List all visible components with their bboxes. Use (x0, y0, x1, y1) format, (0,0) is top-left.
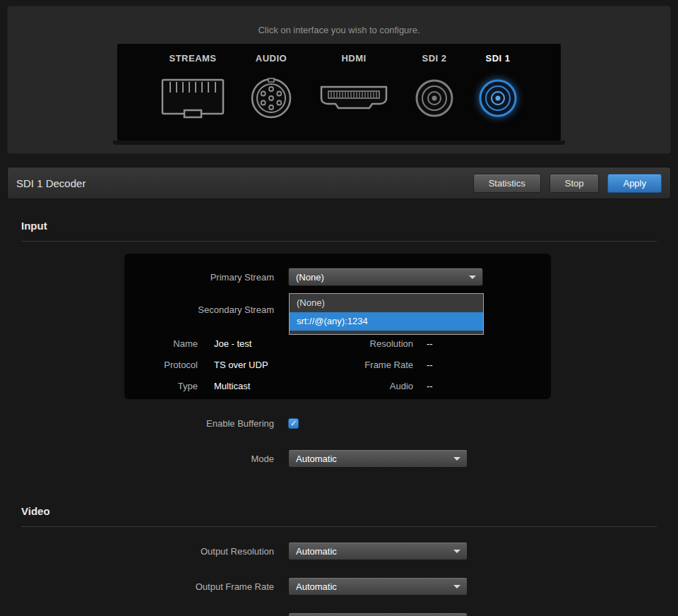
mode-label: Mode (21, 454, 274, 464)
output-resolution-row: Output Resolution Automatic (21, 542, 657, 560)
interface-sdi1[interactable]: SDI 1 (472, 53, 523, 132)
protocol-value: TS over UDP (198, 360, 320, 370)
page-title: SDI 1 Decoder (16, 177, 465, 189)
frame-rate-value: -- (413, 360, 551, 370)
mode-row: Mode Automatic (21, 449, 657, 468)
secondary-stream-label: Secondary Stream (124, 304, 274, 315)
interface-hdmi-label: HDMI (341, 53, 366, 64)
chevron-down-icon (453, 585, 460, 588)
output-frame-rate-label: Output Frame Rate (21, 581, 274, 592)
output-frame-rate-row: Output Frame Rate Automatic (21, 577, 657, 596)
interface-sdi2[interactable]: SDI 2 (409, 53, 460, 132)
interface-streams[interactable]: STREAMS (155, 53, 231, 132)
type-label: Type (124, 381, 198, 391)
partial-bottom-row (21, 612, 657, 616)
instruction-text: Click on interface you wish to configure… (8, 6, 670, 35)
primary-stream-dropdown[interactable]: (None) (None) srt://@(any):1234 (288, 268, 483, 286)
device-faceplate: STREAMS AUDIO (117, 44, 561, 141)
stream-details: Name Joe - test Resolution -- Protocol T… (124, 333, 551, 396)
option-none[interactable]: (None) (290, 294, 483, 312)
video-section-heading: Video (21, 504, 657, 527)
output-resolution-dropdown[interactable]: Automatic (288, 542, 468, 560)
chevron-down-icon (453, 457, 460, 461)
ethernet-icon (155, 64, 231, 132)
bnc-icon (409, 64, 460, 132)
resolution-label: Resolution (320, 338, 413, 349)
primary-stream-label: Primary Stream (124, 272, 274, 283)
bnc-icon-selected (472, 64, 523, 132)
device-base (113, 141, 565, 145)
type-value: Multicast (198, 381, 320, 391)
frame-rate-label: Frame Rate (320, 360, 413, 370)
output-resolution-label: Output Resolution (21, 546, 274, 557)
name-value: Joe - test (198, 338, 320, 349)
interface-audio[interactable]: AUDIO (244, 53, 299, 132)
chevron-down-icon (453, 550, 460, 553)
chevron-down-icon (469, 276, 476, 279)
interface-sdi1-label: SDI 1 (485, 53, 510, 64)
output-resolution-value: Automatic (296, 546, 337, 557)
enable-buffering-checkbox[interactable]: ✓ (288, 418, 299, 429)
interface-selector-panel: Click on interface you wish to configure… (7, 6, 671, 154)
apply-button[interactable]: Apply (607, 174, 662, 193)
audio-label: Audio (320, 381, 413, 391)
protocol-label: Protocol (124, 360, 198, 370)
resolution-value: -- (413, 338, 551, 349)
statistics-button[interactable]: Statistics (473, 174, 541, 193)
decoder-header-bar: SDI 1 Decoder Statistics Stop Apply (7, 167, 671, 199)
interface-audio-label: AUDIO (256, 53, 287, 64)
interface-hdmi[interactable]: HDMI (311, 53, 396, 132)
primary-stream-option-list: (None) srt://@(any):1234 (289, 293, 484, 335)
audio-din-icon (244, 64, 299, 132)
option-srt[interactable]: srt://@(any):1234 (290, 312, 483, 331)
hdmi-icon (311, 64, 396, 132)
enable-buffering-row: Enable Buffering ✓ (21, 416, 657, 430)
audio-value: -- (413, 381, 551, 391)
stop-button[interactable]: Stop (549, 174, 600, 193)
main-content: Input Primary Stream (None) (None) srt:/… (0, 219, 678, 616)
output-frame-rate-value: Automatic (296, 581, 337, 592)
check-icon: ✓ (290, 420, 297, 427)
input-section-heading: Input (21, 219, 657, 242)
name-label: Name (124, 338, 198, 349)
interface-streams-label: STREAMS (169, 53, 216, 64)
primary-stream-row: Primary Stream (None) (None) srt://@(any… (124, 268, 551, 286)
mode-dropdown[interactable]: Automatic (288, 449, 468, 468)
primary-stream-value: (None) (296, 272, 324, 283)
output-frame-rate-dropdown[interactable]: Automatic (288, 577, 468, 596)
interface-sdi2-label: SDI 2 (422, 53, 446, 64)
enable-buffering-label: Enable Buffering (21, 418, 274, 429)
partial-bottom-dropdown[interactable] (288, 612, 468, 616)
mode-value: Automatic (296, 454, 337, 464)
stream-info-panel: Primary Stream (None) (None) srt://@(any… (124, 254, 551, 399)
